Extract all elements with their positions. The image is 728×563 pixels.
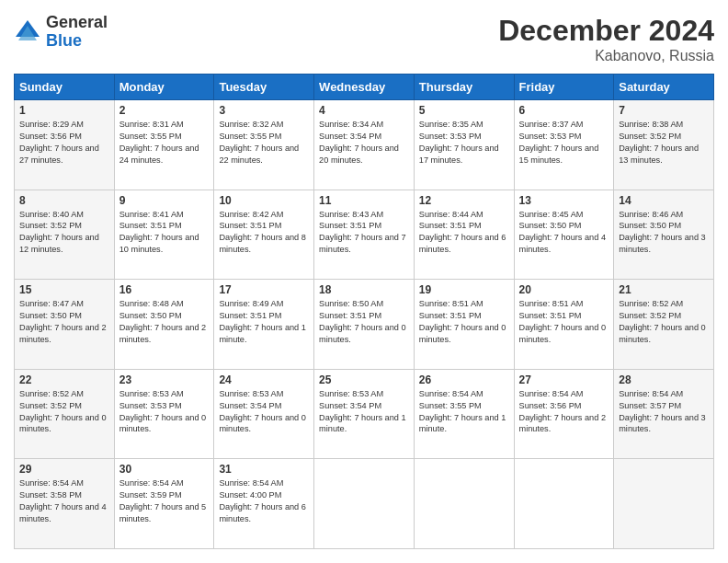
day-number: 6 xyxy=(519,104,609,117)
table-row: 31Sunrise: 8:54 AMSunset: 4:00 PMDayligh… xyxy=(214,459,314,549)
table-row: 25Sunrise: 8:53 AMSunset: 3:54 PMDayligh… xyxy=(314,369,415,459)
col-friday: Friday xyxy=(514,75,614,100)
cell-text: Sunrise: 8:54 AMSunset: 3:59 PMDaylight:… xyxy=(119,477,210,525)
day-number: 19 xyxy=(419,283,509,296)
day-number: 27 xyxy=(519,373,609,386)
day-number: 7 xyxy=(619,104,709,117)
table-row xyxy=(614,459,714,549)
day-number: 15 xyxy=(19,283,109,296)
cell-text: Sunrise: 8:34 AMSunset: 3:54 PMDaylight:… xyxy=(319,119,409,167)
day-number: 29 xyxy=(19,463,109,476)
cell-text: Sunrise: 8:47 AMSunset: 3:50 PMDaylight:… xyxy=(19,298,109,346)
cell-text: Sunrise: 8:49 AMSunset: 3:51 PMDaylight:… xyxy=(219,298,309,346)
cell-text: Sunrise: 8:35 AMSunset: 3:53 PMDaylight:… xyxy=(419,119,509,167)
table-row: 21Sunrise: 8:52 AMSunset: 3:52 PMDayligh… xyxy=(614,280,714,370)
month-title: December 2024 xyxy=(498,14,714,48)
table-row: 8Sunrise: 8:40 AMSunset: 3:52 PMDaylight… xyxy=(15,190,115,280)
table-row: 27Sunrise: 8:54 AMSunset: 3:56 PMDayligh… xyxy=(514,369,614,459)
table-row: 15Sunrise: 8:47 AMSunset: 3:50 PMDayligh… xyxy=(15,280,115,370)
cell-text: Sunrise: 8:54 AMSunset: 4:00 PMDaylight:… xyxy=(219,477,309,525)
cell-text: Sunrise: 8:53 AMSunset: 3:54 PMDaylight:… xyxy=(319,388,409,436)
calendar-table: Sunday Monday Tuesday Wednesday Thursday… xyxy=(14,74,714,549)
logo-blue: Blue xyxy=(46,32,108,51)
logo-text: General Blue xyxy=(46,14,108,51)
calendar-week-row: 15Sunrise: 8:47 AMSunset: 3:50 PMDayligh… xyxy=(15,280,714,370)
table-row: 9Sunrise: 8:41 AMSunset: 3:51 PMDaylight… xyxy=(114,190,214,280)
day-number: 17 xyxy=(219,283,309,296)
title-area: December 2024 Kabanovo, Russia xyxy=(498,14,714,64)
day-number: 5 xyxy=(419,104,509,117)
day-number: 23 xyxy=(119,373,210,386)
day-number: 11 xyxy=(319,194,409,207)
col-monday: Monday xyxy=(114,75,214,100)
logo-icon xyxy=(14,18,41,46)
table-row: 2Sunrise: 8:31 AMSunset: 3:55 PMDaylight… xyxy=(114,100,214,190)
table-row: 5Sunrise: 8:35 AMSunset: 3:53 PMDaylight… xyxy=(414,100,514,190)
col-sunday: Sunday xyxy=(15,75,115,100)
table-row: 29Sunrise: 8:54 AMSunset: 3:58 PMDayligh… xyxy=(15,459,115,549)
table-row: 23Sunrise: 8:53 AMSunset: 3:53 PMDayligh… xyxy=(114,369,214,459)
cell-text: Sunrise: 8:43 AMSunset: 3:51 PMDaylight:… xyxy=(319,209,409,257)
table-row: 22Sunrise: 8:52 AMSunset: 3:52 PMDayligh… xyxy=(15,369,115,459)
table-row: 20Sunrise: 8:51 AMSunset: 3:51 PMDayligh… xyxy=(514,280,614,370)
header: General Blue December 2024 Kabanovo, Rus… xyxy=(14,14,714,64)
table-row: 4Sunrise: 8:34 AMSunset: 3:54 PMDaylight… xyxy=(314,100,415,190)
table-row: 18Sunrise: 8:50 AMSunset: 3:51 PMDayligh… xyxy=(314,280,415,370)
day-number: 9 xyxy=(119,194,210,207)
table-row xyxy=(514,459,614,549)
day-number: 26 xyxy=(419,373,509,386)
cell-text: Sunrise: 8:52 AMSunset: 3:52 PMDaylight:… xyxy=(619,298,709,346)
cell-text: Sunrise: 8:50 AMSunset: 3:51 PMDaylight:… xyxy=(319,298,409,346)
day-number: 20 xyxy=(519,283,609,296)
table-row xyxy=(414,459,514,549)
day-number: 16 xyxy=(119,283,210,296)
day-number: 10 xyxy=(219,194,309,207)
cell-text: Sunrise: 8:44 AMSunset: 3:51 PMDaylight:… xyxy=(419,209,509,257)
day-number: 28 xyxy=(619,373,709,386)
day-number: 2 xyxy=(119,104,210,117)
table-row: 17Sunrise: 8:49 AMSunset: 3:51 PMDayligh… xyxy=(214,280,314,370)
cell-text: Sunrise: 8:38 AMSunset: 3:52 PMDaylight:… xyxy=(619,119,709,167)
day-number: 18 xyxy=(319,283,409,296)
cell-text: Sunrise: 8:54 AMSunset: 3:56 PMDaylight:… xyxy=(519,388,609,436)
day-number: 3 xyxy=(219,104,309,117)
table-row xyxy=(314,459,415,549)
col-thursday: Thursday xyxy=(414,75,514,100)
logo-general: General xyxy=(46,14,108,32)
cell-text: Sunrise: 8:37 AMSunset: 3:53 PMDaylight:… xyxy=(519,119,609,167)
cell-text: Sunrise: 8:54 AMSunset: 3:58 PMDaylight:… xyxy=(19,477,109,525)
location: Kabanovo, Russia xyxy=(498,48,714,64)
cell-text: Sunrise: 8:45 AMSunset: 3:50 PMDaylight:… xyxy=(519,209,609,257)
cell-text: Sunrise: 8:48 AMSunset: 3:50 PMDaylight:… xyxy=(119,298,210,346)
table-row: 13Sunrise: 8:45 AMSunset: 3:50 PMDayligh… xyxy=(514,190,614,280)
table-row: 19Sunrise: 8:51 AMSunset: 3:51 PMDayligh… xyxy=(414,280,514,370)
cell-text: Sunrise: 8:32 AMSunset: 3:55 PMDaylight:… xyxy=(219,119,309,167)
calendar-week-row: 29Sunrise: 8:54 AMSunset: 3:58 PMDayligh… xyxy=(15,459,714,549)
day-number: 4 xyxy=(319,104,409,117)
cell-text: Sunrise: 8:52 AMSunset: 3:52 PMDaylight:… xyxy=(19,388,109,436)
table-row: 7Sunrise: 8:38 AMSunset: 3:52 PMDaylight… xyxy=(614,100,714,190)
table-row: 1Sunrise: 8:29 AMSunset: 3:56 PMDaylight… xyxy=(15,100,115,190)
table-row: 24Sunrise: 8:53 AMSunset: 3:54 PMDayligh… xyxy=(214,369,314,459)
day-number: 30 xyxy=(119,463,210,476)
table-row: 28Sunrise: 8:54 AMSunset: 3:57 PMDayligh… xyxy=(614,369,714,459)
cell-text: Sunrise: 8:41 AMSunset: 3:51 PMDaylight:… xyxy=(119,209,210,257)
day-number: 13 xyxy=(519,194,609,207)
day-number: 14 xyxy=(619,194,709,207)
day-number: 24 xyxy=(219,373,309,386)
day-number: 12 xyxy=(419,194,509,207)
cell-text: Sunrise: 8:53 AMSunset: 3:54 PMDaylight:… xyxy=(219,388,309,436)
table-row: 6Sunrise: 8:37 AMSunset: 3:53 PMDaylight… xyxy=(514,100,614,190)
day-number: 25 xyxy=(319,373,409,386)
cell-text: Sunrise: 8:40 AMSunset: 3:52 PMDaylight:… xyxy=(19,209,109,257)
calendar-week-row: 8Sunrise: 8:40 AMSunset: 3:52 PMDaylight… xyxy=(15,190,714,280)
logo: General Blue xyxy=(14,14,108,51)
cell-text: Sunrise: 8:54 AMSunset: 3:55 PMDaylight:… xyxy=(419,388,509,436)
day-number: 8 xyxy=(19,194,109,207)
cell-text: Sunrise: 8:31 AMSunset: 3:55 PMDaylight:… xyxy=(119,119,210,167)
table-row: 3Sunrise: 8:32 AMSunset: 3:55 PMDaylight… xyxy=(214,100,314,190)
col-tuesday: Tuesday xyxy=(214,75,314,100)
day-number: 22 xyxy=(19,373,109,386)
table-row: 12Sunrise: 8:44 AMSunset: 3:51 PMDayligh… xyxy=(414,190,514,280)
table-row: 16Sunrise: 8:48 AMSunset: 3:50 PMDayligh… xyxy=(114,280,214,370)
